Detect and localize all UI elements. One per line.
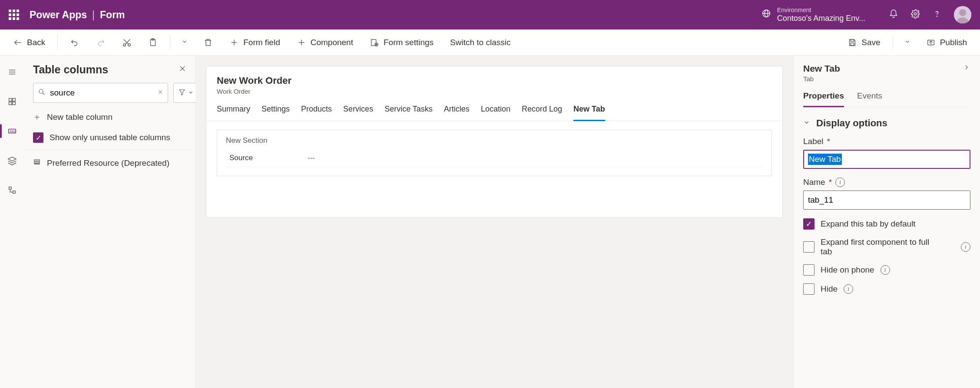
properties-panel: New Tab Tab Properties Events Display op… bbox=[793, 56, 980, 388]
form-tab[interactable]: Location bbox=[481, 105, 510, 121]
add-form-field-button[interactable]: Form field bbox=[225, 34, 284, 51]
hide-phone-label: Hide on phone bbox=[821, 265, 874, 275]
section-title: New Section bbox=[226, 136, 763, 145]
form-tab[interactable]: Products bbox=[301, 105, 332, 121]
form-canvas[interactable]: New Work Order Work Order SummarySetting… bbox=[206, 66, 783, 218]
app-launcher-icon[interactable] bbox=[9, 10, 19, 20]
form-field-row[interactable]: Source --- bbox=[226, 149, 763, 167]
form-tab[interactable]: Articles bbox=[444, 105, 470, 121]
form-section[interactable]: New Section Source --- bbox=[217, 130, 772, 176]
clear-search-icon[interactable] bbox=[157, 89, 163, 97]
collapse-panel-icon[interactable] bbox=[963, 63, 970, 73]
redo-button[interactable] bbox=[92, 34, 110, 51]
publish-button[interactable]: Publish bbox=[922, 34, 971, 51]
form-title: New Work Order bbox=[217, 75, 772, 86]
svg-marker-45 bbox=[179, 89, 185, 95]
column-item[interactable]: Preferred Resource (Deprecated) bbox=[24, 152, 195, 174]
save-button[interactable]: Save bbox=[843, 34, 884, 51]
publish-label: Publish bbox=[940, 38, 967, 47]
form-tab[interactable]: Settings bbox=[262, 105, 290, 121]
form-subtitle: Work Order bbox=[217, 88, 250, 95]
search-input[interactable] bbox=[50, 88, 153, 98]
svg-rect-49 bbox=[34, 161, 40, 163]
app-header: Power Apps | Form Environment Contoso's … bbox=[0, 0, 980, 30]
panel-close-icon[interactable] bbox=[179, 65, 186, 75]
user-avatar[interactable] bbox=[954, 6, 971, 23]
label-input[interactable]: New Tab bbox=[803, 150, 970, 169]
checkbox-icon bbox=[803, 241, 814, 253]
back-label: Back bbox=[27, 38, 45, 47]
page-name: Form bbox=[100, 9, 125, 21]
name-input[interactable] bbox=[803, 191, 970, 210]
cut-icon bbox=[122, 38, 132, 47]
display-options-label: Display options bbox=[816, 118, 887, 129]
form-settings-icon bbox=[370, 38, 379, 47]
form-tab[interactable]: Service Tasks bbox=[384, 105, 433, 121]
expand-default-label: Expand this tab by default bbox=[821, 219, 916, 229]
rail-hamburger-icon[interactable] bbox=[3, 63, 21, 81]
form-canvas-area: New Work Order Work Order SummarySetting… bbox=[195, 56, 793, 388]
rail-layers-icon[interactable] bbox=[3, 152, 21, 169]
search-box[interactable] bbox=[33, 83, 168, 103]
main-area: Abc Table columns bbox=[0, 56, 980, 388]
info-icon[interactable]: i bbox=[961, 242, 970, 252]
form-settings-button[interactable]: Form settings bbox=[365, 34, 438, 51]
cut-button[interactable] bbox=[118, 34, 136, 51]
tab-events[interactable]: Events bbox=[857, 91, 882, 107]
switch-classic-button[interactable]: Switch to classic bbox=[446, 34, 515, 51]
display-options-header[interactable]: Display options bbox=[803, 118, 970, 129]
rail-columns-icon[interactable]: Abc bbox=[3, 122, 21, 140]
title-divider: | bbox=[92, 9, 95, 21]
tab-properties[interactable]: Properties bbox=[803, 91, 844, 107]
app-title: Power Apps | Form bbox=[30, 9, 125, 21]
checkbox-checked-icon: ✓ bbox=[803, 218, 814, 230]
svg-rect-32 bbox=[9, 102, 12, 105]
table-columns-panel: Table columns bbox=[24, 56, 195, 388]
component-label: Component bbox=[311, 38, 353, 47]
paste-options-chevron-icon[interactable] bbox=[178, 35, 191, 49]
add-component-button[interactable]: Component bbox=[292, 34, 358, 51]
form-tab[interactable]: Record Log bbox=[522, 105, 562, 121]
settings-icon[interactable] bbox=[910, 8, 920, 22]
chevron-down-icon bbox=[188, 88, 194, 98]
form-settings-label: Form settings bbox=[384, 38, 434, 47]
info-icon[interactable]: i bbox=[844, 284, 853, 294]
show-unused-toggle[interactable]: ✓ Show only unused table columns bbox=[24, 127, 195, 148]
header-actions bbox=[889, 6, 971, 23]
save-label: Save bbox=[861, 38, 880, 47]
undo-button[interactable] bbox=[66, 34, 84, 51]
rail-tree-icon[interactable] bbox=[3, 181, 21, 199]
name-field-label: Name bbox=[803, 178, 825, 187]
form-tabs: SummarySettingsProductsServicesService T… bbox=[206, 98, 782, 121]
save-options-chevron-icon[interactable] bbox=[901, 35, 914, 49]
help-icon[interactable] bbox=[932, 8, 942, 22]
filter-button[interactable] bbox=[173, 83, 199, 103]
plus-icon bbox=[229, 38, 239, 47]
svg-point-41 bbox=[39, 89, 43, 93]
expand-full-checkbox[interactable]: Expand first component to full tab i bbox=[803, 237, 970, 256]
hide-phone-checkbox[interactable]: Hide on phone i bbox=[803, 264, 970, 276]
redo-icon bbox=[96, 38, 106, 47]
undo-icon bbox=[70, 38, 79, 47]
plus-icon bbox=[297, 38, 306, 47]
form-tab[interactable]: Services bbox=[343, 105, 373, 121]
environment-picker[interactable]: Environment Contoso's Amazing Env... bbox=[761, 7, 865, 23]
required-indicator: * bbox=[827, 137, 830, 146]
form-tab[interactable]: New Tab bbox=[573, 105, 605, 121]
left-rail: Abc bbox=[0, 56, 24, 388]
column-type-icon bbox=[33, 158, 41, 168]
info-icon[interactable]: i bbox=[835, 178, 845, 187]
delete-button[interactable] bbox=[199, 34, 217, 51]
form-tab[interactable]: Summary bbox=[217, 105, 250, 121]
notifications-icon[interactable] bbox=[889, 8, 898, 22]
svg-point-6 bbox=[959, 9, 966, 16]
back-button[interactable]: Back bbox=[9, 34, 50, 51]
expand-default-checkbox[interactable]: ✓ Expand this tab by default bbox=[803, 218, 970, 230]
rail-components-icon[interactable] bbox=[3, 93, 21, 110]
info-icon[interactable]: i bbox=[881, 265, 890, 275]
svg-line-42 bbox=[43, 93, 44, 95]
paste-button[interactable] bbox=[144, 34, 162, 51]
back-arrow-icon bbox=[13, 38, 23, 47]
new-table-column-button[interactable]: New table column bbox=[24, 107, 195, 127]
hide-checkbox[interactable]: Hide i bbox=[803, 283, 970, 295]
